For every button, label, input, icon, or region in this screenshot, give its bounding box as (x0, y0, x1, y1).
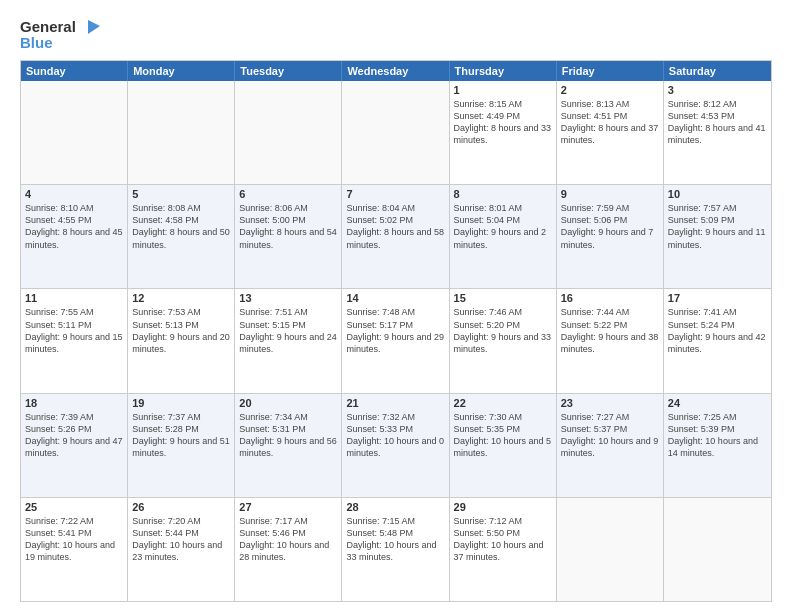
day-cell-26: 26Sunrise: 7:20 AM Sunset: 5:44 PM Dayli… (128, 498, 235, 601)
day-info: Sunrise: 7:30 AM Sunset: 5:35 PM Dayligh… (454, 411, 552, 460)
day-info: Sunrise: 8:12 AM Sunset: 4:53 PM Dayligh… (668, 98, 767, 147)
day-cell-13: 13Sunrise: 7:51 AM Sunset: 5:15 PM Dayli… (235, 289, 342, 392)
logo: GeneralBlue (20, 16, 110, 52)
day-number: 5 (132, 188, 230, 200)
day-number: 3 (668, 84, 767, 96)
day-cell-23: 23Sunrise: 7:27 AM Sunset: 5:37 PM Dayli… (557, 394, 664, 497)
day-number: 6 (239, 188, 337, 200)
day-cell-16: 16Sunrise: 7:44 AM Sunset: 5:22 PM Dayli… (557, 289, 664, 392)
day-info: Sunrise: 7:44 AM Sunset: 5:22 PM Dayligh… (561, 306, 659, 355)
day-info: Sunrise: 8:15 AM Sunset: 4:49 PM Dayligh… (454, 98, 552, 147)
empty-cell (235, 81, 342, 184)
day-number: 27 (239, 501, 337, 513)
calendar-row-1: 1Sunrise: 8:15 AM Sunset: 4:49 PM Daylig… (21, 81, 771, 185)
day-cell-22: 22Sunrise: 7:30 AM Sunset: 5:35 PM Dayli… (450, 394, 557, 497)
day-info: Sunrise: 7:34 AM Sunset: 5:31 PM Dayligh… (239, 411, 337, 460)
day-number: 29 (454, 501, 552, 513)
calendar-body: 1Sunrise: 8:15 AM Sunset: 4:49 PM Daylig… (21, 81, 771, 601)
day-header-saturday: Saturday (664, 61, 771, 81)
calendar-row-4: 18Sunrise: 7:39 AM Sunset: 5:26 PM Dayli… (21, 394, 771, 498)
day-header-monday: Monday (128, 61, 235, 81)
day-info: Sunrise: 8:10 AM Sunset: 4:55 PM Dayligh… (25, 202, 123, 251)
calendar-row-2: 4Sunrise: 8:10 AM Sunset: 4:55 PM Daylig… (21, 185, 771, 289)
logo-image: GeneralBlue (20, 16, 110, 52)
day-info: Sunrise: 7:25 AM Sunset: 5:39 PM Dayligh… (668, 411, 767, 460)
day-number: 9 (561, 188, 659, 200)
calendar-row-5: 25Sunrise: 7:22 AM Sunset: 5:41 PM Dayli… (21, 498, 771, 601)
svg-text:Blue: Blue (20, 34, 53, 51)
empty-cell (128, 81, 235, 184)
day-number: 17 (668, 292, 767, 304)
day-cell-1: 1Sunrise: 8:15 AM Sunset: 4:49 PM Daylig… (450, 81, 557, 184)
day-number: 16 (561, 292, 659, 304)
day-info: Sunrise: 7:32 AM Sunset: 5:33 PM Dayligh… (346, 411, 444, 460)
day-cell-20: 20Sunrise: 7:34 AM Sunset: 5:31 PM Dayli… (235, 394, 342, 497)
day-info: Sunrise: 7:46 AM Sunset: 5:20 PM Dayligh… (454, 306, 552, 355)
day-info: Sunrise: 7:15 AM Sunset: 5:48 PM Dayligh… (346, 515, 444, 564)
day-header-friday: Friday (557, 61, 664, 81)
day-header-thursday: Thursday (450, 61, 557, 81)
svg-marker-2 (88, 20, 100, 34)
day-number: 10 (668, 188, 767, 200)
day-cell-5: 5Sunrise: 8:08 AM Sunset: 4:58 PM Daylig… (128, 185, 235, 288)
day-info: Sunrise: 7:12 AM Sunset: 5:50 PM Dayligh… (454, 515, 552, 564)
day-number: 26 (132, 501, 230, 513)
day-cell-21: 21Sunrise: 7:32 AM Sunset: 5:33 PM Dayli… (342, 394, 449, 497)
day-number: 7 (346, 188, 444, 200)
empty-cell (664, 498, 771, 601)
day-info: Sunrise: 7:48 AM Sunset: 5:17 PM Dayligh… (346, 306, 444, 355)
day-info: Sunrise: 7:57 AM Sunset: 5:09 PM Dayligh… (668, 202, 767, 251)
day-cell-25: 25Sunrise: 7:22 AM Sunset: 5:41 PM Dayli… (21, 498, 128, 601)
day-info: Sunrise: 8:06 AM Sunset: 5:00 PM Dayligh… (239, 202, 337, 251)
day-cell-6: 6Sunrise: 8:06 AM Sunset: 5:00 PM Daylig… (235, 185, 342, 288)
day-number: 14 (346, 292, 444, 304)
day-cell-8: 8Sunrise: 8:01 AM Sunset: 5:04 PM Daylig… (450, 185, 557, 288)
day-cell-7: 7Sunrise: 8:04 AM Sunset: 5:02 PM Daylig… (342, 185, 449, 288)
day-cell-18: 18Sunrise: 7:39 AM Sunset: 5:26 PM Dayli… (21, 394, 128, 497)
day-number: 19 (132, 397, 230, 409)
day-number: 28 (346, 501, 444, 513)
svg-text:General: General (20, 18, 76, 35)
day-cell-2: 2Sunrise: 8:13 AM Sunset: 4:51 PM Daylig… (557, 81, 664, 184)
calendar-row-3: 11Sunrise: 7:55 AM Sunset: 5:11 PM Dayli… (21, 289, 771, 393)
empty-cell (342, 81, 449, 184)
day-info: Sunrise: 8:13 AM Sunset: 4:51 PM Dayligh… (561, 98, 659, 147)
day-number: 1 (454, 84, 552, 96)
day-number: 15 (454, 292, 552, 304)
day-number: 8 (454, 188, 552, 200)
day-number: 11 (25, 292, 123, 304)
day-number: 18 (25, 397, 123, 409)
day-cell-3: 3Sunrise: 8:12 AM Sunset: 4:53 PM Daylig… (664, 81, 771, 184)
day-cell-19: 19Sunrise: 7:37 AM Sunset: 5:28 PM Dayli… (128, 394, 235, 497)
day-cell-15: 15Sunrise: 7:46 AM Sunset: 5:20 PM Dayli… (450, 289, 557, 392)
day-info: Sunrise: 7:22 AM Sunset: 5:41 PM Dayligh… (25, 515, 123, 564)
empty-cell (557, 498, 664, 601)
day-number: 13 (239, 292, 337, 304)
day-cell-4: 4Sunrise: 8:10 AM Sunset: 4:55 PM Daylig… (21, 185, 128, 288)
day-info: Sunrise: 7:17 AM Sunset: 5:46 PM Dayligh… (239, 515, 337, 564)
day-header-tuesday: Tuesday (235, 61, 342, 81)
day-info: Sunrise: 7:27 AM Sunset: 5:37 PM Dayligh… (561, 411, 659, 460)
day-info: Sunrise: 7:41 AM Sunset: 5:24 PM Dayligh… (668, 306, 767, 355)
day-info: Sunrise: 7:55 AM Sunset: 5:11 PM Dayligh… (25, 306, 123, 355)
day-cell-24: 24Sunrise: 7:25 AM Sunset: 5:39 PM Dayli… (664, 394, 771, 497)
day-cell-11: 11Sunrise: 7:55 AM Sunset: 5:11 PM Dayli… (21, 289, 128, 392)
day-info: Sunrise: 7:20 AM Sunset: 5:44 PM Dayligh… (132, 515, 230, 564)
day-info: Sunrise: 8:04 AM Sunset: 5:02 PM Dayligh… (346, 202, 444, 251)
day-cell-27: 27Sunrise: 7:17 AM Sunset: 5:46 PM Dayli… (235, 498, 342, 601)
day-cell-12: 12Sunrise: 7:53 AM Sunset: 5:13 PM Dayli… (128, 289, 235, 392)
empty-cell (21, 81, 128, 184)
day-cell-28: 28Sunrise: 7:15 AM Sunset: 5:48 PM Dayli… (342, 498, 449, 601)
day-number: 12 (132, 292, 230, 304)
day-info: Sunrise: 8:08 AM Sunset: 4:58 PM Dayligh… (132, 202, 230, 251)
day-number: 2 (561, 84, 659, 96)
day-info: Sunrise: 7:39 AM Sunset: 5:26 PM Dayligh… (25, 411, 123, 460)
day-number: 4 (25, 188, 123, 200)
day-info: Sunrise: 7:53 AM Sunset: 5:13 PM Dayligh… (132, 306, 230, 355)
day-number: 25 (25, 501, 123, 513)
day-number: 20 (239, 397, 337, 409)
day-cell-10: 10Sunrise: 7:57 AM Sunset: 5:09 PM Dayli… (664, 185, 771, 288)
day-number: 23 (561, 397, 659, 409)
day-cell-9: 9Sunrise: 7:59 AM Sunset: 5:06 PM Daylig… (557, 185, 664, 288)
day-header-wednesday: Wednesday (342, 61, 449, 81)
